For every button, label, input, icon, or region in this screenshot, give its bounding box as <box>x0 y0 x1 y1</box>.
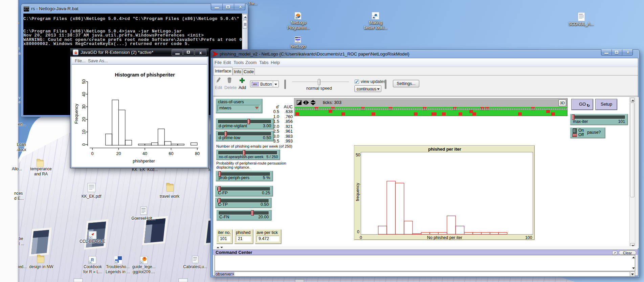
svg-text:0: 0 <box>82 143 86 146</box>
svg-text:v: v <box>19 95 21 100</box>
svg-text:l: l <box>19 46 19 50</box>
svg-text:20: 20 <box>82 117 86 122</box>
svg-text:40: 40 <box>142 151 147 156</box>
svg-text:e: e <box>19 100 21 104</box>
svg-text:Histogram of phishperiter: Histogram of phishperiter <box>115 72 175 78</box>
svg-text:a: a <box>19 51 21 55</box>
svg-text:C:\: C:\ <box>24 8 29 11</box>
svg-text:40: 40 <box>82 92 86 96</box>
svg-text:50: 50 <box>82 79 86 84</box>
svg-text:0: 0 <box>91 151 94 156</box>
svg-text:80: 80 <box>195 151 200 156</box>
svg-text:20: 20 <box>116 151 121 156</box>
svg-text:Frequency: Frequency <box>74 104 79 124</box>
svg-text:30: 30 <box>82 104 86 109</box>
svg-text:60: 60 <box>169 151 174 156</box>
svg-text:10: 10 <box>82 130 86 134</box>
svg-text:phishperiter: phishperiter <box>133 159 155 164</box>
